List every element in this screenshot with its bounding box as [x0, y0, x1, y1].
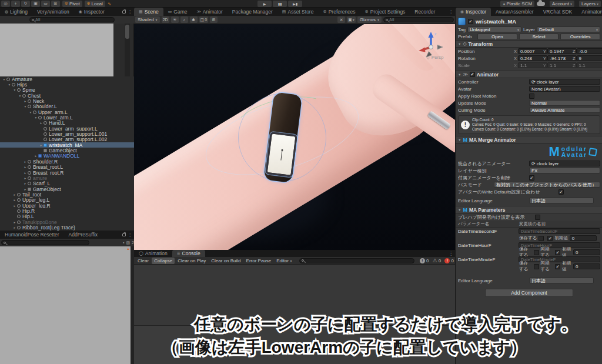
foldout-icon[interactable]: ▸ [23, 165, 28, 169]
tab-avatarassembler[interactable]: AvatarAssembler [491, 8, 539, 16]
scene-audio-toggle[interactable]: ♪ [180, 16, 188, 23]
tab-addpresuffix[interactable]: AddPreSuffix [64, 231, 102, 239]
default-value-field[interactable]: 0 [573, 263, 600, 269]
save-checkbox[interactable] [539, 236, 544, 241]
foldout-icon[interactable]: ▸ [23, 99, 28, 103]
tab-lighting[interactable]: ◍ Lighting [0, 8, 32, 16]
gizmos-dropdown[interactable]: Gizmos ▾ [357, 16, 382, 23]
local-toggle[interactable]: ⊕ Local [85, 1, 105, 7]
layers-dropdown[interactable]: Layers ▾ [579, 1, 601, 7]
ma-merge-animator-header[interactable]: ▼ M MA Merge Animator [456, 136, 602, 143]
perspective-label[interactable]: ◇ Persp [427, 55, 444, 60]
tree-item[interactable]: ▾Chest [0, 93, 134, 98]
shading-mode-dropdown[interactable]: Shaded ▾ [135, 16, 160, 23]
tree-item-disabled[interactable]: ▸amure [0, 175, 134, 181]
tab-asset-store[interactable]: ▤ Asset Store [277, 8, 319, 16]
tree-item[interactable]: Hip.R [0, 208, 134, 213]
lock-icon[interactable] [122, 233, 126, 236]
editor-language-dropdown[interactable]: 日本語 [529, 278, 594, 283]
filter-icon[interactable]: ▪ [123, 241, 124, 245]
hierarchy-filter-input[interactable] [35, 17, 112, 22]
foldout-icon[interactable]: ▸ [23, 188, 28, 191]
param-rename-field[interactable]: DateTimeSecondF [519, 228, 600, 234]
tab-animatorcontroller[interactable]: AnimatorControllerCom [577, 8, 602, 16]
grid-dropdown[interactable]: ⊞ [210, 16, 218, 23]
sync-checkbox[interactable] [555, 250, 560, 255]
tree-item[interactable]: Lower_arm_support.L.002 [0, 137, 134, 142]
snap-icon[interactable]: ∿ [108, 1, 112, 6]
foldout-icon[interactable]: ▸ [23, 182, 28, 185]
menu-icon[interactable]: ⋮ [128, 9, 132, 15]
sync-checkbox[interactable] [547, 236, 553, 241]
default-value-field[interactable]: 0 [573, 249, 600, 255]
tree-item[interactable]: ▸WANWANDOLL [0, 153, 134, 159]
pivot-toggle[interactable]: ⊘ Pivot [62, 1, 82, 7]
foldout-icon[interactable]: ▸ [12, 226, 17, 229]
tab-preferences[interactable]: ⚙ Preferences [318, 8, 360, 16]
scene-visibility-toggle[interactable]: ◫ 0 [199, 16, 209, 23]
tab-animator[interactable]: ≫ Animator [192, 8, 228, 16]
tree-item[interactable]: ▾Spine [0, 88, 134, 93]
info-count[interactable]: ! 0 [420, 258, 429, 263]
animator-header[interactable]: ▼ ≫ Animator [456, 71, 602, 78]
tree-item[interactable]: ▾Hips [0, 82, 134, 87]
error-count[interactable]: ! 0 [444, 258, 454, 263]
tree-item[interactable]: ▸Shoulder.R [0, 159, 134, 164]
foldout-icon[interactable]: ▸ [12, 198, 17, 202]
console-search-input[interactable] [305, 258, 412, 263]
tree-item[interactable]: ▸Breast_root.L [0, 165, 134, 170]
write-defaults-checkbox[interactable] [558, 189, 564, 195]
active-checkbox[interactable] [468, 19, 473, 24]
hand-tool-icon[interactable]: ◎ [1, 1, 10, 7]
gameobject-name[interactable]: wristwatch_MA [476, 18, 516, 25]
sync-checkbox[interactable] [555, 264, 560, 269]
foldout-icon[interactable]: ▸ [12, 204, 17, 208]
component-tools-icon[interactable]: ✕ [337, 16, 345, 23]
bottom-search-input[interactable] [7, 240, 87, 245]
rotate-tool-icon[interactable]: ↻ [21, 1, 30, 7]
step-button[interactable]: ▶▮ [288, 1, 302, 7]
foldout-icon[interactable]: ▸ [23, 171, 28, 175]
foldout-icon[interactable]: ▼ [458, 73, 461, 76]
clear-on-play-button[interactable]: Clear on Play [175, 258, 208, 264]
tree-item[interactable]: ▸Neck [0, 98, 134, 103]
foldout-icon[interactable]: ▸ [12, 193, 17, 196]
prefab-overrides-button[interactable]: Overrides [560, 34, 600, 40]
foldout-icon[interactable]: ▸ [39, 121, 44, 125]
menu-icon[interactable]: ⋮ [449, 251, 453, 256]
tree-item[interactable]: ▾Armature [0, 76, 134, 82]
foldout-icon[interactable]: ▼ [458, 42, 461, 46]
scrollbar[interactable] [125, 24, 130, 76]
position-z-field[interactable]: -0.0 [577, 48, 602, 54]
scene-search-input[interactable] [389, 17, 452, 22]
path-mode-dropdown[interactable]: 相対的（このオブジェクトからのパスを使用） [494, 182, 600, 188]
tree-item[interactable]: ▸Tail_root [0, 192, 134, 197]
tab-inspector[interactable]: ◉ Inspector [456, 8, 491, 16]
menu-icon[interactable]: ⋮ [128, 232, 132, 238]
foldout-icon[interactable]: ▾ [12, 88, 17, 92]
foldout-icon[interactable]: ▾ [23, 105, 28, 108]
tree-item[interactable]: GameObject [0, 148, 134, 153]
tree-item[interactable]: ▸Upper_leg.R [0, 203, 134, 208]
transform-header[interactable]: ▼ ◇ Transform [456, 40, 602, 48]
menu-icon[interactable]: ⋮ [449, 9, 453, 15]
tree-item[interactable]: ▾Upper_arm.L [0, 109, 134, 115]
tree-item[interactable]: ▸Upper_leg.L [0, 198, 134, 203]
scene-lighting-toggle[interactable]: ☀ [171, 16, 179, 23]
transform-tool-icon[interactable]: ⊞ [51, 1, 60, 7]
move-tool-icon[interactable]: + [11, 1, 20, 7]
animator-enabled-checkbox[interactable] [470, 72, 475, 77]
merge-animator-object-field[interactable]: ⟳ clock layer [529, 161, 600, 166]
error-pause-button[interactable]: Error Pause [244, 258, 274, 264]
tab-inspector-left[interactable]: ◉ Inspector [74, 8, 109, 16]
foldout-icon[interactable]: ▸ [39, 143, 44, 147]
prefab-open-button[interactable]: Open [477, 34, 517, 40]
tab-game[interactable]: ▭ Game [163, 8, 192, 16]
tree-item[interactable]: ▾Lower_arm.L [0, 115, 134, 120]
ma-parameters-header[interactable]: ▼ M MA Parameters [456, 206, 602, 213]
rotation-z-field[interactable]: 9 [577, 55, 602, 61]
tree-item[interactable]: Lower_arm_support.L [0, 126, 134, 131]
culling-mode-dropdown[interactable]: Always Animate [529, 107, 600, 113]
2d-toggle[interactable]: 2D [162, 16, 169, 23]
foldout-icon[interactable]: ▼ [458, 138, 461, 142]
